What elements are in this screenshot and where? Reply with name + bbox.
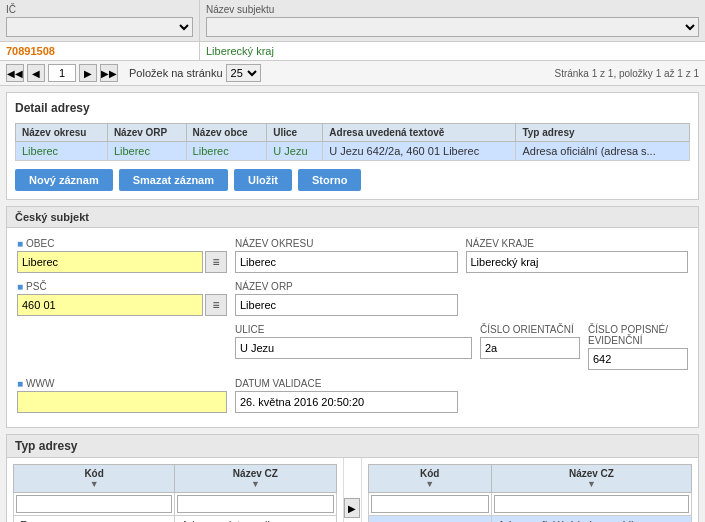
nazev-kraje-field: NÁZEV KRAJE (466, 238, 689, 273)
ta-left-col-nazev: Název CZ ▼ (175, 465, 336, 493)
okres-link[interactable]: Liberec (22, 145, 58, 157)
cell-typ: Adresa oficiální (adresa s... (516, 142, 690, 161)
nazev-kraje-input[interactable] (466, 251, 689, 273)
obec-input[interactable] (17, 251, 203, 273)
ta-left-filter-nazev[interactable] (177, 495, 333, 513)
ic-value-cell: 70891508 (0, 42, 200, 60)
cislo-orientacni-label: ČÍSLO ORIENTAČNÍ (480, 324, 580, 335)
cislo-popisne-field: ČÍSLO POPISNÉ/ EVIDENČNÍ (588, 324, 688, 370)
ic-label: IČ (6, 4, 193, 15)
nazev-kraje-label: NÁZEV KRAJE (466, 238, 689, 249)
search-row: 70891508 Liberecký kraj (0, 42, 705, 61)
nazev-orp-input[interactable] (235, 294, 458, 316)
psc-input-group: ≡ (17, 294, 227, 316)
ta-middle-arrows: ▶ ◀ (344, 458, 362, 522)
last-page-btn[interactable]: ▶▶ (100, 64, 118, 82)
typ-adresy-body: Kód ▼ Název CZ ▼ (7, 458, 698, 522)
ta-right-filter-kod[interactable] (371, 495, 489, 513)
first-page-btn[interactable]: ◀◀ (6, 64, 24, 82)
filter-icon-left-nazev: ▼ (181, 479, 329, 489)
filter-icon-right-kod: ▼ (375, 479, 485, 489)
cell-ulice: U Jezu (267, 142, 323, 161)
psc-input[interactable] (17, 294, 203, 316)
ulice-label: ULICE (235, 324, 472, 335)
nazev-okresu-input[interactable] (235, 251, 458, 273)
typ-adresy-left-panel: Kód ▼ Název CZ ▼ (7, 458, 344, 522)
www-field: ■ WWW (17, 378, 227, 413)
naziv-select[interactable] (206, 17, 699, 37)
cislo-popisne-label: ČÍSLO POPISNÉ/ EVIDENČNÍ (588, 324, 688, 346)
col-naziv-obce: Název obce (186, 124, 267, 142)
per-page-select[interactable]: 25 (226, 64, 261, 82)
per-page-label: Položek na stránku (129, 67, 223, 79)
next-page-btn[interactable]: ▶ (79, 64, 97, 82)
cesky-subjekt-section: Český subjekt ■ OBEC ≡ NÁZEV OKRESU NÁZE… (6, 206, 699, 428)
col-adresa-textove: Adresa uvedená textově (323, 124, 516, 142)
cell-obec: Liberec (186, 142, 267, 161)
ic-select[interactable] (6, 17, 193, 37)
prev-page-btn[interactable]: ◀ (27, 64, 45, 82)
ta-right-row[interactable]: A Adresa oficiální (adresa sídla organiz… (368, 516, 692, 523)
orp-link[interactable]: Liberec (114, 145, 150, 157)
cell-orp: Liberec (107, 142, 186, 161)
nazev-orp-label: NÁZEV ORP (235, 281, 458, 292)
action-buttons: Nový záznam Smazat záznam Uložit Storno (15, 169, 690, 191)
cs-row-3: ULICE ČÍSLO ORIENTAČNÍ ČÍSLO POPISNÉ/ EV… (17, 324, 688, 370)
cislo-orientacni-input[interactable] (480, 337, 580, 359)
new-record-button[interactable]: Nový záznam (15, 169, 113, 191)
ta-left-table: Kód ▼ Název CZ ▼ (13, 464, 337, 522)
page-number-input[interactable] (48, 64, 76, 82)
detail-adresy-table: Název okresu Název ORP Název obce Ulice … (15, 123, 690, 161)
ta-right-col-kod: Kód ▼ (368, 465, 491, 493)
typ-adresy-title: Typ adresy (7, 435, 698, 458)
nazev-okresu-field: NÁZEV OKRESU (235, 238, 458, 273)
col-naziv-okresu: Název okresu (16, 124, 108, 142)
obec-icon-button[interactable]: ≡ (205, 251, 227, 273)
naziv-column-header: Název subjektu (200, 0, 705, 41)
cell-okres: Liberec (16, 142, 108, 161)
datum-validace-input[interactable] (235, 391, 458, 413)
ic-link[interactable]: 70891508 (6, 45, 55, 57)
ta-left-cell-nazev: Adresa místa realizace (175, 516, 336, 523)
pagination-controls: ◀◀ ◀ ▶ ▶▶ Položek na stránku 25 (6, 64, 261, 82)
ta-left-cell-kod: R (14, 516, 175, 523)
ta-left-filter-kod[interactable] (16, 495, 172, 513)
obec-icon: ■ (17, 238, 23, 249)
www-input[interactable] (17, 391, 227, 413)
obec-field: ■ OBEC ≡ (17, 238, 227, 273)
naziv-label: Název subjektu (206, 4, 699, 15)
psc-field: ■ PSČ ≡ (17, 281, 227, 316)
cs-row-1: ■ OBEC ≡ NÁZEV OKRESU NÁZEV KRAJE (17, 238, 688, 273)
table-row[interactable]: Liberec Liberec Liberec U Jezu U Jezu 64… (16, 142, 690, 161)
col-typ-adresy: Typ adresy (516, 124, 690, 142)
obec-link[interactable]: Liberec (193, 145, 229, 157)
datum-validace-label: DATUM VALIDACE (235, 378, 458, 389)
filter-icon-left-kod: ▼ (20, 479, 168, 489)
filter-icon-right-nazev: ▼ (498, 479, 685, 489)
cell-adresa-textove: U Jezu 642/2a, 460 01 Liberec (323, 142, 516, 161)
ic-column-header: IČ (0, 0, 200, 41)
delete-record-button[interactable]: Smazat záznam (119, 169, 228, 191)
ta-left-row[interactable]: R Adresa místa realizace (14, 516, 337, 523)
save-button[interactable]: Uložit (234, 169, 292, 191)
pagination-status: Stránka 1 z 1, položky 1 až 1 z 1 (554, 68, 699, 79)
top-header: IČ Název subjektu (0, 0, 705, 42)
ta-right-filter-nazev[interactable] (494, 495, 689, 513)
cislo-popisne-input[interactable] (588, 348, 688, 370)
main-pagination-row: ◀◀ ◀ ▶ ▶▶ Položek na stránku 25 Stránka … (0, 61, 705, 86)
psc-icon-button[interactable]: ≡ (205, 294, 227, 316)
cs-row-4: ■ WWW DATUM VALIDACE (17, 378, 688, 413)
ta-move-right-btn[interactable]: ▶ (344, 498, 360, 518)
typ-adresy-right-panel: Kód ▼ Název CZ ▼ (362, 458, 699, 522)
nazev-okresu-label: NÁZEV OKRESU (235, 238, 458, 249)
naziv-link[interactable]: Liberecký kraj (206, 45, 274, 57)
ta-left-col-kod: Kód ▼ (14, 465, 175, 493)
typ-adresy-section: Typ adresy Kód ▼ Název CZ (6, 434, 699, 522)
ulice-input[interactable] (235, 337, 472, 359)
ta-right-col-nazev: Název CZ ▼ (491, 465, 691, 493)
ulice-link[interactable]: U Jezu (273, 145, 307, 157)
detail-adresy-title: Detail adresy (15, 101, 690, 115)
cancel-button[interactable]: Storno (298, 169, 361, 191)
cs-row-2: ■ PSČ ≡ NÁZEV ORP (17, 281, 688, 316)
obec-input-group: ≡ (17, 251, 227, 273)
